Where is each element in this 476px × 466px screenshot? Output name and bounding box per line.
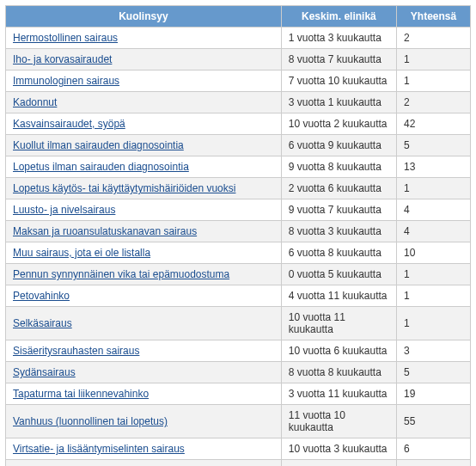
cell-total: 13	[397, 156, 471, 178]
cell-cause: Maksan ja ruoansulatuskanavan sairaus	[6, 221, 282, 242]
cell-cause: Selkäsairaus	[6, 307, 282, 340]
table-row: Hermostollinen sairaus1 vuotta 3 kuukaut…	[6, 28, 471, 49]
cell-total: 5	[397, 362, 471, 383]
cell-cause: Kuolinsyytä ei ole ilmoitettu	[6, 460, 282, 467]
header-avg-life: Keskim. elinikä	[281, 6, 396, 28]
cause-link[interactable]: Iho- ja korvasairaudet	[13, 53, 112, 65]
table-row: Sydänsairaus8 vuotta 8 kuukautta5	[6, 362, 471, 383]
cell-avg-life: 10 vuotta 3 kuukautta	[281, 438, 396, 460]
cell-avg-life: 10 vuotta 6 kuukautta	[281, 340, 396, 362]
cell-cause: Sydänsairaus	[6, 362, 282, 383]
cell-cause: Hermostollinen sairaus	[6, 28, 282, 49]
cell-cause: Virtsatie- ja lisääntymiselinten sairaus	[6, 438, 282, 460]
cell-total: 4	[397, 221, 471, 242]
cell-avg-life: 9 vuotta 7 kuukautta	[281, 199, 396, 221]
cause-link[interactable]: Luusto- ja nivelsairaus	[13, 204, 115, 216]
cell-total: 10	[397, 242, 471, 264]
table-row: Pennun synnynnäinen vika tai epämuodostu…	[6, 264, 471, 285]
table-row: Iho- ja korvasairaudet8 vuotta 7 kuukaut…	[6, 49, 471, 71]
cause-link[interactable]: Vanhuus (luonnollinen tai lopetus)	[13, 415, 168, 427]
cell-total: 1	[397, 285, 471, 307]
cell-total: 1	[397, 307, 471, 340]
cell-avg-life: 2 vuotta 6 kuukautta	[281, 178, 396, 199]
table-row: Petovahinko4 vuotta 11 kuukautta1	[6, 285, 471, 307]
cell-avg-life: 3 vuotta 1 kuukautta	[281, 92, 396, 113]
table-row: Kadonnut3 vuotta 1 kuukautta2	[6, 92, 471, 113]
cell-total: 42	[397, 113, 471, 135]
cell-total: 4	[397, 199, 471, 221]
cause-link[interactable]: Kasvainsairaudet, syöpä	[13, 118, 125, 130]
table-row: Lopetus käytös- tai käyttäytymishäiriöid…	[6, 178, 471, 199]
cell-cause: Lopetus ilman sairauden diagnosointia	[6, 156, 282, 178]
table-row: Selkäsairaus10 vuotta 11 kuukautta1	[6, 307, 471, 340]
cause-link[interactable]: Muu sairaus, jota ei ole listalla	[13, 247, 150, 259]
cause-link[interactable]: Sydänsairaus	[13, 366, 76, 378]
cell-avg-life: 4 vuotta 11 kuukautta	[281, 285, 396, 307]
causes-of-death-table: Kuolinsyy Keskim. elinikä Yhteensä Hermo…	[5, 5, 471, 466]
table-row: Luusto- ja nivelsairaus9 vuotta 7 kuukau…	[6, 199, 471, 221]
cause-link[interactable]: Kuollut ilman sairauden diagnosointia	[13, 139, 184, 151]
cause-link[interactable]: Selkäsairaus	[13, 317, 72, 329]
cell-total: 2	[397, 92, 471, 113]
cause-link[interactable]: Kadonnut	[13, 96, 57, 108]
table-row: Tapaturma tai liikennevahinko3 vuotta 11…	[6, 383, 471, 405]
cell-avg-life: 1 vuotta 3 kuukautta	[281, 28, 396, 49]
table-row: Kuollut ilman sairauden diagnosointia6 v…	[6, 135, 471, 156]
cause-link[interactable]: Petovahinko	[13, 290, 70, 302]
cell-total: 2	[397, 28, 471, 49]
table-row: Immunologinen sairaus7 vuotta 10 kuukaut…	[6, 71, 471, 92]
table-row: Lopetus ilman sairauden diagnosointia9 v…	[6, 156, 471, 178]
table-row: Vanhuus (luonnollinen tai lopetus)11 vuo…	[6, 405, 471, 438]
table-header-row: Kuolinsyy Keskim. elinikä Yhteensä	[6, 6, 471, 28]
cell-total: 6	[397, 438, 471, 460]
cell-avg-life: 3 vuotta 11 kuukautta	[281, 383, 396, 405]
cell-total: 3	[397, 340, 471, 362]
cell-cause: Iho- ja korvasairaudet	[6, 49, 282, 71]
cell-avg-life: 6 vuotta 8 kuukautta	[281, 242, 396, 264]
cell-total: 1	[397, 264, 471, 285]
cell-avg-life: 10 vuotta 11 kuukautta	[281, 307, 396, 340]
cell-cause: Kasvainsairaudet, syöpä	[6, 113, 282, 135]
table-row: Kasvainsairaudet, syöpä10 vuotta 2 kuuka…	[6, 113, 471, 135]
cause-link[interactable]: Lopetus ilman sairauden diagnosointia	[13, 161, 189, 173]
cell-avg-life: 7 vuotta 10 kuukautta	[281, 71, 396, 92]
cause-link[interactable]: Sisäeritysrauhasten sairaus	[13, 345, 139, 357]
cell-total: 1	[397, 49, 471, 71]
cell-cause: Petovahinko	[6, 285, 282, 307]
cell-avg-life: 9 vuotta 8 kuukautta	[281, 156, 396, 178]
cell-cause: Pennun synnynnäinen vika tai epämuodostu…	[6, 264, 282, 285]
header-total: Yhteensä	[397, 6, 471, 28]
cell-total: 1	[397, 71, 471, 92]
cell-total: 1	[397, 178, 471, 199]
cell-avg-life: 0 vuotta 5 kuukautta	[281, 264, 396, 285]
cell-avg-life: 10 vuotta 2 kuukautta	[281, 113, 396, 135]
cell-cause: Immunologinen sairaus	[6, 71, 282, 92]
cause-link[interactable]: Virtsatie- ja lisääntymiselinten sairaus	[13, 443, 185, 455]
cell-cause: Kuollut ilman sairauden diagnosointia	[6, 135, 282, 156]
cause-link[interactable]: Immunologinen sairaus	[13, 75, 119, 87]
table-row: Maksan ja ruoansulatuskanavan sairaus8 v…	[6, 221, 471, 242]
table-row: Muu sairaus, jota ei ole listalla6 vuott…	[6, 242, 471, 264]
cell-avg-life: 8 vuotta 7 kuukautta	[281, 49, 396, 71]
header-cause: Kuolinsyy	[6, 6, 282, 28]
cell-cause: Luusto- ja nivelsairaus	[6, 199, 282, 221]
cause-link[interactable]: Lopetus käytös- tai käyttäytymishäiriöid…	[13, 182, 235, 194]
cause-link[interactable]: Hermostollinen sairaus	[13, 32, 118, 44]
cell-cause: Tapaturma tai liikennevahinko	[6, 383, 282, 405]
cell-avg-life: 6 vuotta 9 kuukautta	[281, 135, 396, 156]
cell-total: 5	[397, 135, 471, 156]
cell-avg-life: 8 vuotta 8 kuukautta	[281, 362, 396, 383]
cell-avg-life: 11 vuotta 10 kuukautta	[281, 405, 396, 438]
cell-avg-life: 8 vuotta 6 kuukautta	[281, 460, 396, 467]
cell-cause: Vanhuus (luonnollinen tai lopetus)	[6, 405, 282, 438]
cause-link[interactable]: Tapaturma tai liikennevahinko	[13, 388, 149, 400]
table-row: Virtsatie- ja lisääntymiselinten sairaus…	[6, 438, 471, 460]
cell-cause: Lopetus käytös- tai käyttäytymishäiriöid…	[6, 178, 282, 199]
cause-link[interactable]: Pennun synnynnäinen vika tai epämuodostu…	[13, 268, 229, 280]
cause-link[interactable]: Maksan ja ruoansulatuskanavan sairaus	[13, 225, 197, 237]
cell-cause: Kadonnut	[6, 92, 282, 113]
table-row: Kuolinsyytä ei ole ilmoitettu8 vuotta 6 …	[6, 460, 471, 467]
table-row: Sisäeritysrauhasten sairaus10 vuotta 6 k…	[6, 340, 471, 362]
cell-cause: Muu sairaus, jota ei ole listalla	[6, 242, 282, 264]
cell-cause: Sisäeritysrauhasten sairaus	[6, 340, 282, 362]
